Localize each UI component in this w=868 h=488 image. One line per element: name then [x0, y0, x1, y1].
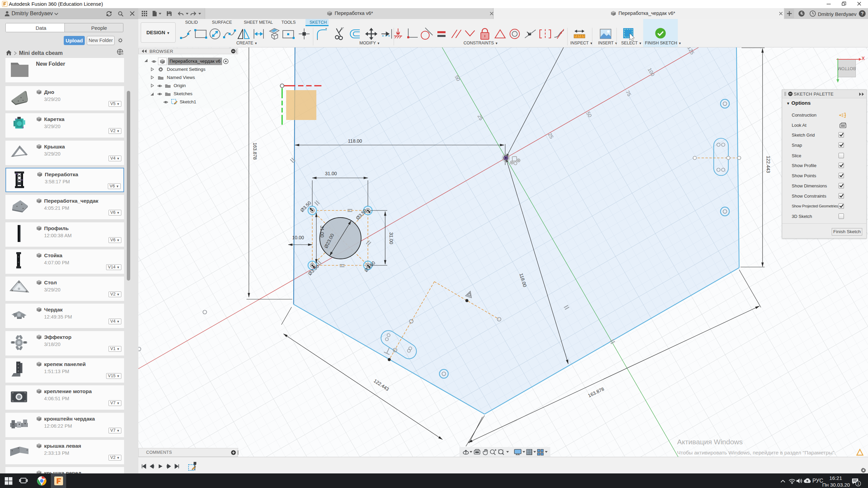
svg-text:163.878: 163.878 — [252, 143, 258, 160]
svg-text:118.00: 118.00 — [348, 138, 362, 144]
svg-text:31.00: 31.00 — [325, 171, 337, 176]
svg-text:1: 1 — [857, 482, 859, 486]
svg-text:?: ? — [861, 11, 864, 16]
svg-text:10.00: 10.00 — [292, 235, 304, 240]
svg-text:122.443: 122.443 — [766, 156, 771, 173]
svg-text:31.00: 31.00 — [319, 225, 325, 237]
svg-text:31.00: 31.00 — [389, 232, 394, 244]
